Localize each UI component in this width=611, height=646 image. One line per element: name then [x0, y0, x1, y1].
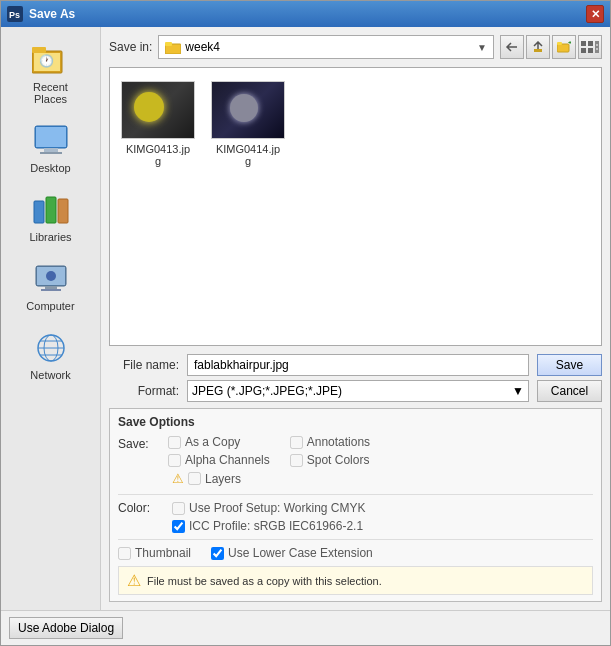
back-arrow-icon — [505, 41, 519, 53]
top-bar: Save in: week4 ▼ — [109, 35, 602, 59]
form-area: File name: Save Format: JPEG (*.JPG;*.JP… — [109, 354, 602, 402]
alpha-channels-label: Alpha Channels — [185, 453, 270, 467]
sidebar-item-libraries[interactable]: Libraries — [11, 187, 91, 248]
svg-rect-29 — [581, 41, 586, 46]
svg-rect-10 — [34, 201, 44, 223]
sidebar-label-recent-places: Recent Places — [16, 81, 86, 105]
layers-label: Layers — [205, 472, 241, 486]
use-proof-checkbox[interactable] — [172, 502, 185, 515]
save-as-dialog: Ps Save As ✕ 🕐 Recent Places — [0, 0, 611, 646]
back-button[interactable] — [500, 35, 524, 59]
warning-bar: ⚠ File must be saved as a copy with this… — [118, 566, 593, 595]
color-row: Color: Use Proof Setup: Working CMYK ICC… — [118, 501, 593, 533]
dialog-title: Save As — [29, 7, 75, 21]
lower-case-option: Use Lower Case Extension — [211, 546, 373, 560]
save-in-dropdown[interactable]: week4 ▼ — [158, 35, 494, 59]
thumbnail-image-1 — [122, 82, 194, 138]
bottom-section: Thumbnail Use Lower Case Extension — [118, 539, 593, 560]
warning-text: File must be saved as a copy with this s… — [147, 575, 382, 587]
thumbnail-checkbox[interactable] — [118, 547, 131, 560]
toolbar-buttons: + — [500, 35, 602, 59]
close-button[interactable]: ✕ — [586, 5, 604, 23]
filename-input[interactable] — [187, 354, 529, 376]
desktop-icon — [31, 123, 71, 159]
warning-icon-layers: ⚠ — [172, 471, 184, 486]
thumbnail-image-2 — [212, 82, 284, 138]
use-proof-label: Use Proof Setup: Working CMYK — [189, 501, 366, 515]
network-icon — [31, 330, 71, 366]
recent-places-icon: 🕐 — [31, 42, 71, 78]
svg-text:+: + — [568, 41, 571, 46]
file-thumbnail-2 — [211, 81, 285, 139]
warning-icon: ⚠ — [127, 571, 141, 590]
alpha-channels-checkbox[interactable] — [168, 454, 181, 467]
annotations-checkbox[interactable] — [290, 436, 303, 449]
icc-profile-label: ICC Profile: sRGB IEC61966-2.1 — [189, 519, 363, 533]
file-thumbnail-1 — [121, 81, 195, 139]
dialog-body: 🕐 Recent Places Desktop — [1, 27, 610, 610]
alpha-channels-option: Alpha Channels — [168, 453, 270, 467]
file-item-2[interactable]: KIMG0414.jpg — [208, 76, 288, 172]
use-adobe-dialog-button[interactable]: Use Adobe Dialog — [9, 617, 123, 639]
views-button[interactable] — [578, 35, 602, 59]
layers-checkbox[interactable] — [188, 472, 201, 485]
format-value: JPEG (*.JPG;*.JPEG;*.JPE) — [192, 384, 342, 398]
format-label: Format: — [109, 384, 179, 398]
title-bar: Ps Save As ✕ — [1, 1, 610, 27]
spot-colors-checkbox[interactable] — [290, 454, 303, 467]
sidebar-item-computer[interactable]: Computer — [11, 256, 91, 317]
filename-label: File name: — [109, 358, 179, 372]
color-options: Use Proof Setup: Working CMYK ICC Profil… — [172, 501, 366, 533]
svg-text:🕐: 🕐 — [38, 53, 53, 68]
format-dropdown[interactable]: JPEG (*.JPG;*.JPEG;*.JPE) ▼ — [187, 380, 529, 402]
new-folder-button[interactable]: + — [552, 35, 576, 59]
icc-profile-option: ICC Profile: sRGB IEC61966-2.1 — [172, 519, 366, 533]
save-options-title: Save Options — [118, 415, 593, 429]
cancel-button[interactable]: Cancel — [537, 380, 602, 402]
svg-rect-16 — [41, 289, 61, 291]
annotations-option: Annotations — [290, 435, 370, 449]
sidebar: 🕐 Recent Places Desktop — [1, 27, 101, 610]
sidebar-item-network[interactable]: Network — [11, 325, 91, 386]
svg-rect-9 — [40, 152, 62, 154]
svg-rect-25 — [534, 49, 542, 52]
annotations-label: Annotations — [307, 435, 370, 449]
file-name-2: KIMG0414.jpg — [213, 143, 283, 167]
computer-icon — [31, 261, 71, 297]
svg-rect-3 — [32, 47, 46, 53]
dialog-footer: Use Adobe Dialog — [1, 610, 610, 645]
file-name-1: KIMG0413.jpg — [123, 143, 193, 167]
sidebar-label-network: Network — [30, 369, 70, 381]
spot-colors-label: Spot Colors — [307, 453, 370, 467]
sidebar-item-recent-places[interactable]: 🕐 Recent Places — [11, 37, 91, 110]
as-copy-checkbox[interactable] — [168, 436, 181, 449]
as-copy-option: As a Copy — [168, 435, 270, 449]
libraries-icon — [31, 192, 71, 228]
save-in-label: Save in: — [109, 40, 152, 54]
color-section: Color: Use Proof Setup: Working CMYK ICC… — [118, 494, 593, 533]
svg-rect-12 — [58, 199, 68, 223]
title-bar-left: Ps Save As — [7, 6, 75, 22]
layers-option: ⚠ Layers — [172, 471, 270, 486]
views-icon — [581, 41, 599, 53]
svg-rect-31 — [581, 48, 586, 53]
lower-case-checkbox[interactable] — [211, 547, 224, 560]
icc-profile-checkbox[interactable] — [172, 520, 185, 533]
svg-rect-15 — [45, 286, 57, 289]
sidebar-label-desktop: Desktop — [30, 162, 70, 174]
main-content: Save in: week4 ▼ — [101, 27, 610, 610]
file-browser[interactable]: KIMG0413.jpg KIMG0414.jpg — [109, 67, 602, 346]
up-button[interactable] — [526, 35, 550, 59]
sidebar-label-libraries: Libraries — [29, 231, 71, 243]
save-options-panel: Save Options Save: As a Copy Alpha Chann… — [109, 408, 602, 602]
sidebar-item-desktop[interactable]: Desktop — [11, 118, 91, 179]
svg-rect-27 — [557, 42, 562, 45]
save-in-folder-name: week4 — [185, 40, 473, 54]
sidebar-label-computer: Computer — [26, 300, 74, 312]
color-label: Color: — [118, 501, 168, 515]
photoshop-icon: Ps — [7, 6, 23, 22]
file-item-1[interactable]: KIMG0413.jpg — [118, 76, 198, 172]
new-folder-icon: + — [557, 41, 571, 53]
save-label: Save: — [118, 435, 168, 451]
save-button[interactable]: Save — [537, 354, 602, 376]
